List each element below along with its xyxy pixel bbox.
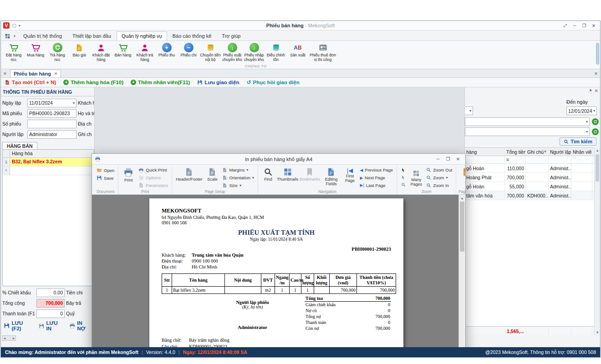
chevron-down-icon[interactable]: ▾ xyxy=(19,24,20,28)
toolbar-button-san-xuat[interactable]: AB Sản xuất xyxy=(287,42,309,58)
menu-tab-quan-ly-nghiep-vu[interactable]: Quản lý nghiệp vụ xyxy=(117,31,167,40)
minimize-button[interactable]: ─ xyxy=(570,22,579,29)
so-phieu-input[interactable] xyxy=(27,120,76,128)
add-employee-button[interactable]: + Thêm nhân viên(F11) xyxy=(131,80,190,85)
tab-phieu-ban-hang[interactable]: Phiếu bán hàng ✕ xyxy=(10,70,61,77)
toolbar-scrollbar[interactable] xyxy=(596,43,599,65)
nguoi-lap-input[interactable]: Administrator xyxy=(27,130,76,139)
filter-cell[interactable] xyxy=(465,156,505,163)
toolbar-button-phieu-thu[interactable]: + Phiếu thu xyxy=(156,42,178,58)
margins-button[interactable]: Margins▾ xyxy=(221,167,255,174)
toolbar-button-phieu-xuat-chuyen-kho[interactable]: ↓ Phiếu xuất chuyển kho xyxy=(221,42,243,62)
ngay-lap-date-combo[interactable]: 11/01/2024 ▾ xyxy=(27,99,76,107)
column-header[interactable]: Nhân viên xyxy=(571,148,592,156)
print-button[interactable]: Print xyxy=(121,167,136,189)
restore-button[interactable]: ❐ xyxy=(580,22,588,29)
toolbar-button-phieu-thue-don-vi-thi-cong[interactable]: Phiếu thuê đơn vị thi công xyxy=(309,42,337,62)
dialog-titlebar[interactable]: In phiếu bán hàng khổ giấy A4 ─ ❐ ✕ xyxy=(92,154,465,165)
zoom-in-button[interactable]: Zoom In xyxy=(425,182,453,189)
last-page-button[interactable]: ▶| Last Page xyxy=(358,182,394,189)
find-button[interactable]: Find xyxy=(260,167,276,189)
save-layout-button[interactable]: Lưu giao diện xyxy=(197,80,239,85)
scroll-thumb[interactable] xyxy=(596,154,599,182)
toolbar-button-ban-hang[interactable]: Bán hàng xyxy=(112,42,134,58)
menu-tab-quan-tri-he-thong[interactable]: Quản trị hệ thống xyxy=(18,31,67,40)
table-row[interactable]: gỗ Hoàn 55,000 Administ... xyxy=(465,182,594,191)
dialog-minimize-button[interactable]: ─ xyxy=(433,155,443,163)
tab-hang-ban[interactable]: HÀNG BÁN xyxy=(2,142,37,149)
column-header[interactable]: Tổng tiền xyxy=(505,148,526,156)
close-panel-icon[interactable]: ✕ xyxy=(595,88,598,93)
create-new-button[interactable]: Tạo mới (Ctrl + N) xyxy=(5,80,56,85)
expand-icon[interactable] xyxy=(561,22,569,29)
dialog-maximize-button[interactable]: ❐ xyxy=(443,155,453,163)
header-footer-button[interactable]: Header/Footer xyxy=(174,167,204,189)
save-print-button[interactable]: LƯU IN xyxy=(39,320,64,331)
search-button[interactable]: Tìm kiếm xyxy=(560,137,596,146)
toolbar-button-dat-hang-ncc[interactable]: Đặt hàng ncc xyxy=(3,42,25,62)
zoom-button[interactable]: Zoom▾ xyxy=(425,174,453,182)
filter-cell[interactable]: = xyxy=(505,156,526,163)
toolbar-button-phieu-chi[interactable]: − Phiếu chi xyxy=(178,42,199,58)
quick-access-icon[interactable] xyxy=(12,24,16,28)
column-header[interactable]: Người lập xyxy=(549,148,571,156)
toolbar-button-chuyen-tien-noi-bo[interactable]: Chuyển tiền nội bộ xyxy=(199,42,221,62)
save-button[interactable]: Save xyxy=(95,174,116,182)
ma-phieu-input[interactable]: PBH00001-290823 xyxy=(27,109,76,118)
orientation-button[interactable]: Orientation▾ xyxy=(221,174,255,182)
parameters-button[interactable]: Parameters xyxy=(137,182,169,189)
menu-tab-thiet-lap-ban-dau[interactable]: Thiết lập ban đầu xyxy=(67,31,116,40)
scroll-up-icon[interactable]: ▲ xyxy=(595,147,600,153)
toolbar-button-khach-tra-hang[interactable]: Khách trả hàng xyxy=(134,42,156,62)
preview-vertical-scrollbar[interactable]: ▲ xyxy=(458,195,465,347)
close-tab-icon[interactable]: ✕ xyxy=(54,71,58,76)
tong-cong-field[interactable]: 700,000 xyxy=(36,299,65,308)
open-button[interactable]: Open xyxy=(95,167,116,174)
column-header[interactable]: hàng xyxy=(465,148,505,156)
zoom-out-button[interactable]: Zoom Out xyxy=(425,167,453,174)
refresh-icon[interactable] xyxy=(592,118,599,125)
table-row[interactable]: Hoàng Phát 700,000 Administ... xyxy=(465,173,594,182)
refresh-icon[interactable] xyxy=(592,128,599,135)
menu-grid-button[interactable]: ▾ xyxy=(2,32,18,40)
table-row[interactable]: gỗ Hoàn 110,000 Administ... xyxy=(465,164,594,173)
menu-tab-tro-giup[interactable]: Trợ giúp xyxy=(217,31,245,40)
restore-layout-button[interactable]: ↺ Phục hồi giao diện xyxy=(246,79,299,86)
many-pages-button[interactable]: Many Pages xyxy=(408,167,424,189)
table-row[interactable]: tâm văn hóa 700,000 KDH000... Administ..… xyxy=(465,191,594,200)
dialog-close-button[interactable]: ✕ xyxy=(453,155,463,163)
filter-cell[interactable] xyxy=(571,156,592,163)
next-page-button[interactable]: ▶ Next Page xyxy=(358,174,394,182)
menu-tab-bao-cao-thong-ke[interactable]: Báo cáo thống kê xyxy=(168,31,217,40)
save-button[interactable]: LƯU (F2) xyxy=(4,320,33,331)
size-button[interactable]: Size▾ xyxy=(221,182,255,189)
column-header-hang-hoa[interactable]: Hàng hóa xyxy=(10,150,94,157)
chiet-khau-input[interactable]: 0.00 xyxy=(36,288,65,297)
filter-combo-2[interactable]: ▾ xyxy=(465,127,590,136)
product-cell[interactable]: B32, Bạt hiflex 3.2zem xyxy=(10,158,94,166)
vertical-scrollbar[interactable]: ▲ ▼ xyxy=(594,147,600,335)
toolbar-button-khach-dat-hang[interactable]: Khách đặt hàng xyxy=(90,42,112,62)
pin-icon[interactable] xyxy=(588,89,592,93)
toolbar-button-mua-hang[interactable]: Mua hàng xyxy=(25,42,46,58)
toolbar-button-tra-hang-ncc[interactable]: Trả hàng ncc xyxy=(46,42,68,62)
add-product-button[interactable]: + Thêm hàng hóa (F10) xyxy=(63,80,123,85)
hand-tool-button[interactable] xyxy=(399,174,407,181)
horizontal-scrollbar[interactable]: ◂▸ xyxy=(2,335,16,341)
toolbar-button-dieu-chinh-ton[interactable]: Điều chỉnh tồn xyxy=(265,42,287,62)
new-row[interactable]: * xyxy=(3,167,94,175)
bookmarks-button[interactable]: Bookmarks xyxy=(299,167,320,189)
zoom-select-button[interactable] xyxy=(399,181,407,188)
editing-fields-button[interactable]: Editing Fields xyxy=(321,167,341,189)
close-button[interactable]: ✕ xyxy=(590,22,598,29)
thumbnails-button[interactable]: Thumbnails xyxy=(277,167,298,189)
toolbar-button-bao-gia[interactable]: Báo giá xyxy=(68,42,90,58)
quick-print-button[interactable]: Quick Print xyxy=(137,167,169,174)
print-debt-button[interactable]: IN NỢ xyxy=(69,320,92,331)
filter-combo-1[interactable]: ▾ xyxy=(465,117,590,126)
close-all-tabs-icon[interactable]: ✕ xyxy=(1,70,9,77)
filter-cell[interactable] xyxy=(526,156,549,163)
den-ngay-date-combo[interactable]: 12/01/2024 ▾ xyxy=(566,106,597,115)
first-page-button[interactable]: |◀ First Page xyxy=(342,167,357,189)
filter-cell[interactable] xyxy=(549,156,571,163)
